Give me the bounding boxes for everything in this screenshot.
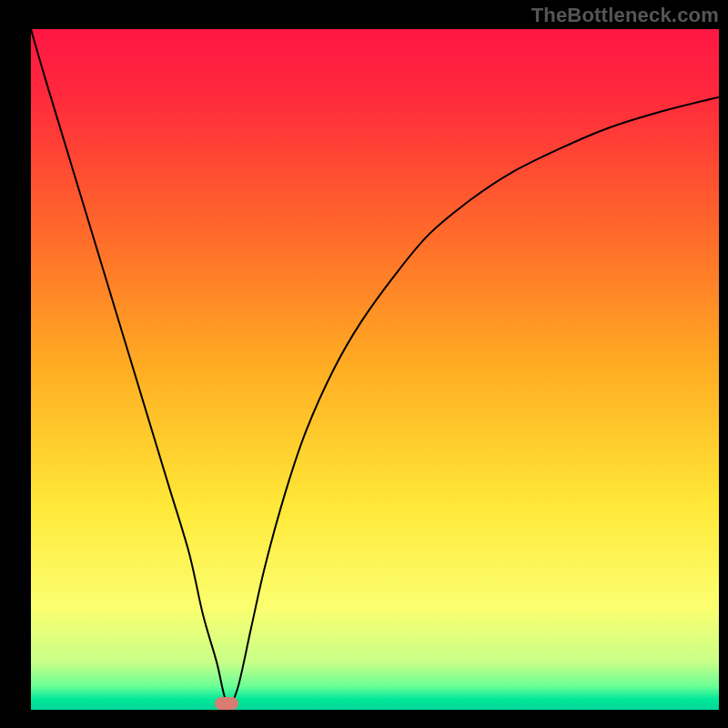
chart-frame: TheBottleneck.com <box>0 0 728 728</box>
optimal-point-marker <box>215 697 238 710</box>
plot-area <box>31 29 719 710</box>
curve-path <box>31 29 719 704</box>
bottleneck-curve <box>31 29 719 710</box>
watermark-text: TheBottleneck.com <box>531 4 719 27</box>
